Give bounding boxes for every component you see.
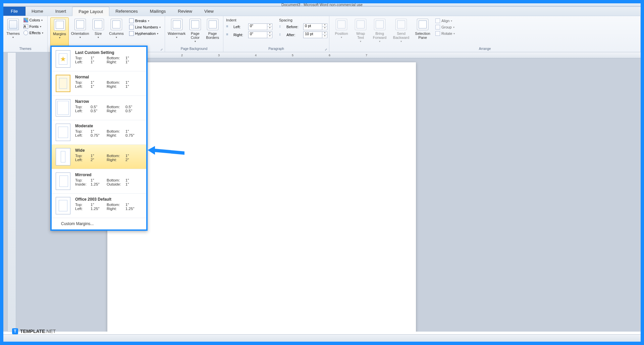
ruler-tick: 4 <box>255 54 257 57</box>
tab-page-layout[interactable]: Page Layout <box>72 7 109 16</box>
paragraph-launcher[interactable]: ⤢ <box>325 48 328 51</box>
hyphenation-icon <box>129 31 134 36</box>
spacing-after-input[interactable]: 10 pt▲▼ <box>303 31 327 38</box>
margin-thumb-icon <box>56 75 70 92</box>
themes-icon <box>7 19 19 30</box>
page-setup-launcher[interactable]: ⤢ <box>160 48 164 51</box>
watermark-icon <box>171 19 182 30</box>
document-page[interactable] <box>107 62 416 332</box>
breaks-button[interactable]: Breaks▾ <box>128 18 162 23</box>
margin-option-normal[interactable]: Normal Top:1"Bottom:1" Left:1"Right:1" <box>52 71 146 96</box>
size-button[interactable]: Size▾ <box>91 17 105 46</box>
watermark-button[interactable]: Watermark▾ <box>168 17 185 46</box>
ruler-tick: 3 <box>218 54 220 57</box>
tab-review[interactable]: Review <box>172 7 198 16</box>
indent-left-input[interactable]: 0"▲▼ <box>248 23 272 30</box>
palette-icon <box>23 18 28 22</box>
margin-option-office2003[interactable]: Office 2003 Default Top:1"Bottom:1" Left… <box>52 194 146 218</box>
paragraph-label: Paragraph <box>226 47 326 51</box>
tab-insert[interactable]: Insert <box>49 7 72 16</box>
send-backward-button[interactable]: Send Backward▾ <box>391 17 411 46</box>
align-button[interactable]: Align▾ <box>434 18 456 23</box>
orientation-button[interactable]: Orientation▾ <box>71 17 89 46</box>
custom-margins-button[interactable]: Custom Margins... <box>52 218 146 229</box>
arrange-label: Arrange <box>332 47 638 51</box>
group-button[interactable]: Group▾ <box>434 24 456 30</box>
themes-label: Themes <box>6 31 20 36</box>
spinner[interactable]: ▲▼ <box>267 23 272 30</box>
margin-thumb-icon: ★ <box>56 50 70 68</box>
position-icon <box>336 19 347 30</box>
themes-button[interactable]: Themes ▾ <box>6 17 20 46</box>
margin-title: Narrow <box>75 99 142 104</box>
spacing-before-icon <box>279 24 284 29</box>
spinner[interactable]: ▲▼ <box>267 31 272 38</box>
margin-option-moderate[interactable]: Moderate Top:1"Bottom:1" Left:0.75"Right… <box>52 120 146 145</box>
effects-button[interactable]: Effects▾ <box>22 30 45 36</box>
spinner[interactable]: ▲▼ <box>322 31 327 38</box>
fonts-button[interactable]: AFonts▾ <box>22 24 45 29</box>
tab-file[interactable]: File <box>3 7 25 16</box>
ruler-tick: 2 <box>181 54 183 57</box>
margin-title: Normal <box>75 75 142 79</box>
margin-option-narrow[interactable]: Narrow Top:0.5"Bottom:0.5" Left:0.5"Righ… <box>52 96 146 120</box>
orientation-icon <box>74 19 86 30</box>
margins-button[interactable]: Margins▾ <box>50 17 69 46</box>
tab-home[interactable]: Home <box>25 7 49 16</box>
spinner[interactable]: ▲▼ <box>322 23 327 30</box>
breaks-icon <box>129 18 134 23</box>
page-background-label: Page Background <box>168 47 220 51</box>
margin-thumb-icon <box>56 148 70 165</box>
tab-view[interactable]: View <box>198 7 220 16</box>
ruler-tick: 5 <box>292 54 293 57</box>
colors-button[interactable]: Colors▾ <box>22 17 45 23</box>
rotate-icon <box>435 31 440 36</box>
indent-right-input[interactable]: 0"▲▼ <box>248 31 272 38</box>
page-color-button[interactable]: Page Color▾ <box>187 17 203 46</box>
indent-heading: Indent <box>226 18 272 22</box>
margin-title: Wide <box>75 148 142 153</box>
margin-option-wide[interactable]: Wide Top:1"Bottom:1" Left:2"Right:2" <box>52 145 146 169</box>
fonts-icon: A <box>23 24 28 29</box>
line-numbers-button[interactable]: Line Numbers▾ <box>128 24 162 30</box>
status-bar <box>3 334 641 342</box>
margin-thumb-icon <box>56 124 70 141</box>
margins-icon <box>54 19 65 30</box>
indent-left-label: Left: <box>233 25 246 29</box>
tab-mailings[interactable]: Mailings <box>144 7 172 16</box>
size-icon <box>93 19 104 30</box>
page-borders-button[interactable]: Page Borders <box>205 17 220 46</box>
indent-right-icon <box>226 32 231 38</box>
selection-pane-icon <box>417 19 428 30</box>
margin-thumb-icon <box>56 197 70 214</box>
rotate-button[interactable]: Rotate▾ <box>434 31 456 36</box>
align-icon <box>435 18 440 23</box>
selection-pane-button[interactable]: Selection Pane <box>413 17 432 46</box>
spacing-after-label: After: <box>286 33 301 37</box>
svg-marker-0 <box>148 146 184 155</box>
wrap-icon <box>355 19 366 30</box>
margin-option-mirrored[interactable]: Mirrored Top:1"Bottom:1" Inside:1.25"Out… <box>52 169 146 194</box>
spacing-before-input[interactable]: 0 pt▲▼ <box>303 23 327 30</box>
horizontal-ruler: 1 2 3 4 5 6 7 <box>107 52 641 58</box>
indent-left-icon <box>226 24 231 29</box>
margin-option-last-custom[interactable]: ★ Last Custom Setting Top:1"Bottom:1" Le… <box>52 47 146 71</box>
bring-forward-button[interactable]: Bring Forward▾ <box>370 17 389 46</box>
template-net-watermark: T TEMPLATE.NET <box>12 328 56 334</box>
margin-title: Mirrored <box>75 172 142 177</box>
line-numbers-icon <box>129 25 134 29</box>
wrap-text-button[interactable]: Wrap Text▾ <box>353 17 368 46</box>
tab-references[interactable]: References <box>109 7 144 16</box>
group-icon <box>435 25 440 29</box>
page-color-icon <box>190 19 201 30</box>
template-icon: T <box>12 328 18 334</box>
title-bar: Document3 - Microsoft Word non-commercia… <box>3 3 641 7</box>
position-button[interactable]: Position▾ <box>332 17 351 46</box>
annotation-arrow <box>148 144 188 161</box>
spacing-heading: Spacing <box>279 18 327 22</box>
spacing-after-icon <box>279 32 284 38</box>
columns-button[interactable]: Columns▾ <box>107 17 125 46</box>
indent-right-label: Right: <box>233 33 246 37</box>
window-title: Document3 - Microsoft Word non-commercia… <box>281 3 363 7</box>
hyphenation-button[interactable]: Hyphenation▾ <box>128 31 162 36</box>
